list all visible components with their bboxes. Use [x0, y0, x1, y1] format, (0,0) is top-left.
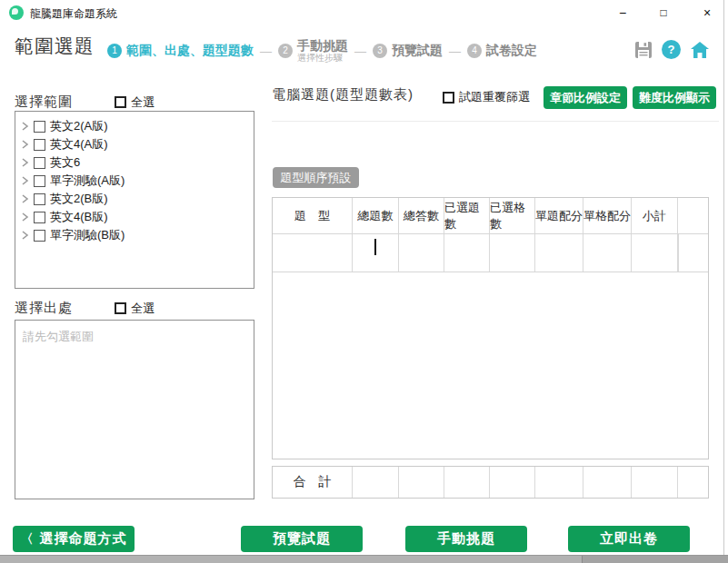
- tree-item-label[interactable]: 英文4(B版): [50, 209, 108, 225]
- step-separator: —: [449, 44, 461, 58]
- tree-item-checkbox[interactable]: [34, 139, 45, 151]
- total-extra: [678, 467, 708, 498]
- cell-question-type[interactable]: [273, 234, 353, 272]
- chevron-right-icon[interactable]: [21, 194, 29, 203]
- order-preset-button[interactable]: 題型順序預設: [273, 167, 359, 188]
- page-title: 範圍選題: [15, 34, 95, 59]
- col-selected-questions: 已選題數: [444, 198, 490, 233]
- table-row[interactable]: [273, 234, 708, 272]
- chapter-ratio-button[interactable]: 章節比例設定: [544, 86, 627, 109]
- cell-subtotal[interactable]: [632, 234, 678, 272]
- col-total-questions: 總題數: [353, 198, 399, 233]
- cell-points-per-question[interactable]: [535, 234, 583, 272]
- source-select-all[interactable]: 全選: [115, 301, 155, 317]
- chevron-right-icon[interactable]: [21, 176, 29, 185]
- chevron-left-icon: 〈: [21, 531, 35, 548]
- range-select-all-checkbox[interactable]: [115, 96, 126, 108]
- tree-item-checkbox[interactable]: [34, 175, 45, 187]
- tree-item-eng6[interactable]: 英文6: [21, 153, 254, 172]
- total-label: 合 計: [273, 467, 353, 498]
- table-empty-area: [273, 272, 708, 459]
- back-button-label: 選擇命題方式: [40, 530, 127, 548]
- tree-item-checkbox[interactable]: [34, 212, 45, 223]
- tree-item-vocab-b[interactable]: 單字測驗(B版): [21, 226, 254, 244]
- step3-label[interactable]: 預覽試題: [392, 43, 443, 59]
- tree-item-label[interactable]: 單字測驗(A版): [50, 173, 125, 189]
- window-title: 龍騰題庫命題系統: [30, 6, 117, 22]
- tree-item-eng2b[interactable]: 英文2(B版): [21, 190, 254, 208]
- cell-total-answers[interactable]: [399, 234, 444, 272]
- range-tree: 英文2(A版) 英文4(A版) 英文6 單字測驗(A版) 英文2(B版) 英文4…: [15, 111, 254, 289]
- step2-label[interactable]: 手動挑題: [297, 38, 348, 53]
- minimize-button[interactable]: −: [607, 2, 638, 24]
- computer-selection-title: 電腦選題(題型題數表): [272, 86, 414, 104]
- source-placeholder: 請先勾選範圍: [23, 330, 94, 343]
- total-selected-cells-value: [490, 467, 535, 498]
- save-icon[interactable]: [634, 41, 653, 59]
- total-row: 合 計: [272, 466, 709, 499]
- total-questions-value: [353, 467, 399, 498]
- difficulty-ratio-button[interactable]: 難度比例顯示: [633, 86, 716, 109]
- tree-item-checkbox[interactable]: [34, 193, 45, 205]
- step1-indicator: 1: [107, 44, 122, 58]
- manual-pick-button[interactable]: 手動挑題: [405, 526, 527, 552]
- back-to-method-button[interactable]: 〈 選擇命題方式: [13, 526, 135, 552]
- tree-item-vocab-a[interactable]: 單字測驗(A版): [21, 172, 254, 190]
- cell-extra[interactable]: [678, 234, 679, 272]
- step1-label[interactable]: 範圍、出處、題型題數: [126, 43, 254, 59]
- source-select-all-label: 全選: [131, 301, 155, 317]
- tree-item-checkbox[interactable]: [34, 121, 45, 133]
- total-subtotal-value: [632, 467, 678, 498]
- step-separator: —: [260, 44, 272, 58]
- cell-selected-cells[interactable]: [490, 234, 535, 272]
- tree-item-label[interactable]: 英文2(A版): [50, 118, 108, 134]
- chevron-right-icon[interactable]: [21, 231, 29, 240]
- home-icon[interactable]: [690, 41, 710, 59]
- source-list: 請先勾選範圍: [15, 320, 254, 499]
- dup-filter-checkbox[interactable]: [443, 92, 454, 104]
- preview-questions-button[interactable]: 預覽試題: [241, 526, 363, 552]
- chevron-right-icon[interactable]: [21, 140, 29, 149]
- col-total-answers: 總答數: [399, 198, 444, 233]
- tree-item-label[interactable]: 單字測驗(B版): [50, 227, 125, 243]
- tree-item-label[interactable]: 英文4(A版): [50, 136, 108, 153]
- tree-item-label[interactable]: 英文2(B版): [50, 191, 108, 207]
- cell-points-per-cell[interactable]: [583, 234, 632, 272]
- step3-indicator: 3: [373, 44, 387, 58]
- step4-label[interactable]: 試卷設定: [486, 43, 537, 59]
- range-section-title: 選擇範圍: [15, 94, 73, 111]
- tree-item-eng4b[interactable]: 英文4(B版): [21, 208, 254, 226]
- window-bottom-strip: [0, 555, 728, 563]
- dup-filter-label: 試題重覆篩選: [459, 89, 530, 105]
- tree-item-checkbox[interactable]: [34, 230, 45, 242]
- col-selected-cells: 已選格數: [490, 198, 535, 233]
- chevron-right-icon[interactable]: [21, 212, 29, 222]
- range-select-all[interactable]: 全選: [115, 94, 155, 111]
- col-points-per-cell: 單格配分: [583, 198, 632, 233]
- help-icon[interactable]: ?: [662, 40, 681, 59]
- chevron-right-icon[interactable]: [21, 122, 29, 131]
- header-divider: [272, 121, 719, 122]
- step2-indicator: 2: [278, 44, 293, 58]
- step-separator: —: [354, 44, 366, 58]
- tree-item-eng2a[interactable]: 英文2(A版): [21, 117, 254, 135]
- step2-sublabel: 選擇性步驟: [297, 53, 348, 64]
- total-answers-value: [399, 467, 444, 498]
- tree-item-eng4a[interactable]: 英文4(A版): [21, 135, 254, 153]
- source-select-all-checkbox[interactable]: [115, 302, 126, 314]
- range-select-all-label: 全選: [131, 94, 155, 111]
- dup-filter[interactable]: 試題重覆篩選: [443, 89, 530, 105]
- col-subtotal: 小計: [632, 198, 678, 233]
- title-bar: 龍騰題庫命題系統 − □ ×: [0, 0, 728, 25]
- tree-item-label[interactable]: 英文6: [50, 154, 80, 171]
- close-button[interactable]: ×: [692, 2, 723, 24]
- maximize-button[interactable]: □: [648, 2, 679, 24]
- step4-indicator: 4: [467, 44, 482, 58]
- question-type-table: 題 型 總題數 總答數 已選題數 已選格數 單題配分 單格配分 小計: [272, 197, 709, 459]
- app-logo-icon: [9, 5, 24, 20]
- cell-selected-questions[interactable]: [444, 234, 490, 272]
- generate-paper-button[interactable]: 立即出卷: [568, 526, 690, 552]
- chevron-right-icon[interactable]: [21, 158, 29, 167]
- text-cursor: [374, 239, 376, 255]
- tree-item-checkbox[interactable]: [34, 157, 45, 169]
